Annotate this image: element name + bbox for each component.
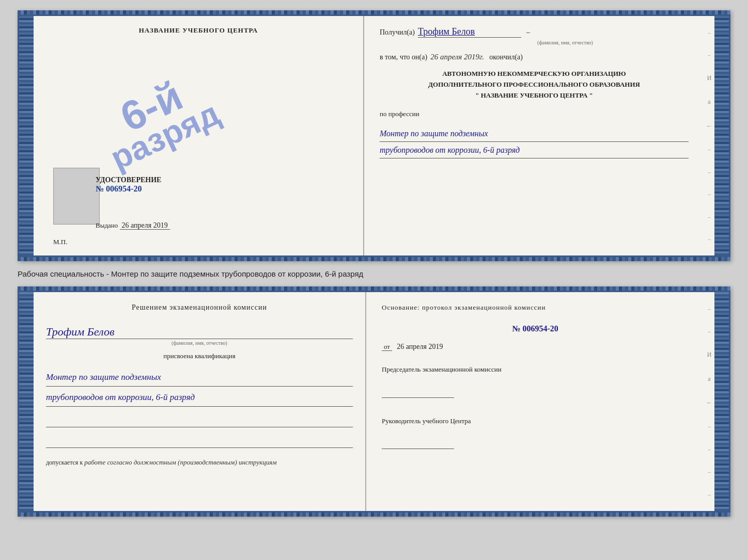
osnovanie-text: Основание: протокол экзаменационной коми…: [382, 303, 689, 312]
bottom-name: Трофим Белов: [46, 325, 353, 339]
bottom-cert-top-border: [18, 286, 730, 291]
cert-top-right-panel: Получил(а) Трофим Белов – (фамилия, имя,…: [364, 16, 704, 255]
vydano-block: Выдано 26 апреля 2019: [96, 221, 170, 230]
fio-sublabel-top: (фамилия, имя, отчество): [442, 40, 689, 45]
top-certificate: НАЗВАНИЕ УЧЕБНОГО ЦЕНТРА 6-й разряд УДОС…: [18, 14, 730, 257]
vtom-line: в том, что он(а) 26 апреля 2019г. окончи…: [380, 53, 689, 61]
middle-specialty-text: Рабочая специальность - Монтер по защите…: [18, 267, 730, 280]
bottom-cert-bottom-border: [18, 513, 730, 517]
predsedatel-sign-line: [382, 387, 454, 398]
ot-text: от 26 апреля 2019: [382, 343, 689, 351]
org-line2: ДОПОЛНИТЕЛЬНОГО ПРОФЕССИОНАЛЬНОГО ОБРАЗО…: [380, 79, 689, 90]
bottom-right-border-strip: [714, 292, 729, 511]
qualification-block: Монтер по защите подземных трубопроводов…: [46, 366, 353, 407]
right-border-strip: [714, 16, 729, 255]
profession-line2: трубопроводов от коррозии, 6-й разряд: [380, 143, 689, 158]
top-border-decoration: [18, 10, 730, 14]
cert-bottom-inner: Решением экзаменационной комиссии Трофим…: [34, 292, 714, 511]
dopuskaetsya-label: допускается к: [46, 459, 83, 466]
vtom-label: в том, что он(а): [380, 53, 427, 61]
ot-label: от: [382, 343, 392, 351]
cert-bottom-right-panel: Основание: протокол экзаменационной коми…: [366, 292, 704, 511]
side-dashes-right: – – И а ← – – – – –: [704, 16, 714, 255]
profession-line1: Монтер по защите подземных: [380, 126, 689, 142]
poluchil-label: Получил(а): [380, 28, 415, 37]
qualification-line2: трубопроводов от коррозии, 6-й разряд: [46, 389, 353, 407]
predsedatel-label: Председатель экзаменационной комиссии: [382, 364, 689, 375]
rukovoditel-sign-line: [382, 438, 454, 449]
okonchil-label: окончил(а): [489, 53, 523, 61]
resheniem-text: Решением экзаменационной комиссии: [46, 303, 353, 312]
cert-top-inner: НАЗВАНИЕ УЧЕБНОГО ЦЕНТРА 6-й разряд УДОС…: [34, 16, 714, 255]
left-border-strip: [19, 16, 34, 255]
top-certificate-wrapper: НАЗВАНИЕ УЧЕБНОГО ЦЕНТРА 6-й разряд УДОС…: [18, 10, 730, 261]
predsedatel-block: Председатель экзаменационной комиссии: [382, 364, 689, 402]
bottom-border-decoration-top: [18, 257, 730, 261]
fio-sublabel-bottom: (фамилия, имя, отчество): [46, 340, 353, 346]
cert-top-left-panel: НАЗВАНИЕ УЧЕБНОГО ЦЕНТРА 6-й разряд УДОС…: [34, 16, 364, 255]
page-background: НАЗВАНИЕ УЧЕБНОГО ЦЕНТРА 6-й разряд УДОС…: [0, 0, 748, 560]
mp-label: М.П.: [53, 238, 67, 246]
org-block: АВТОНОМНУЮ НЕКОММЕРЧЕСКУЮ ОРГАНИЗАЦИЮ ДО…: [380, 69, 689, 101]
bottom-certificate-wrapper: Решением экзаменационной комиссии Трофим…: [18, 286, 730, 517]
profession-block: Монтер по защите подземных трубопроводов…: [380, 125, 689, 158]
qualification-line1: Монтер по защите подземных: [46, 369, 353, 387]
poluchil-line: Получил(а) Трофим Белов –: [380, 26, 689, 38]
org-line1: АВТОНОМНУЮ НЕКОММЕРЧЕСКУЮ ОРГАНИЗАЦИЮ: [380, 69, 689, 79]
dash1: –: [526, 28, 530, 37]
bottom-certificate: Решением экзаменационной комиссии Трофим…: [18, 291, 730, 513]
blank-line-1: [46, 415, 353, 427]
prisvoena-text: присвоена квалификация: [46, 352, 353, 360]
ot-date: 26 апреля 2019: [397, 343, 443, 350]
protocol-num: № 006954-20: [382, 324, 689, 333]
photo-placeholder: [53, 168, 100, 225]
po-professii-label: по профессии: [380, 110, 689, 118]
vydano-label: Выдано: [96, 221, 118, 229]
blank-line-2: [46, 436, 353, 448]
dopuskaetsya-block: допускается к работе согласно должностны…: [46, 458, 353, 467]
rukovoditel-label: Руководитель учебного Центра: [382, 416, 689, 427]
name-block-bottom: Трофим Белов (фамилия, имя, отчество): [46, 320, 353, 346]
org-line3: " НАЗВАНИЕ УЧЕБНОГО ЦЕНТРА ": [380, 90, 689, 101]
dopusk-text: работе согласно должностным (производств…: [84, 458, 276, 466]
vydano-date: 26 апреля 2019: [120, 221, 170, 230]
bottom-left-border-strip: [19, 292, 34, 511]
cert-bottom-left-panel: Решением экзаменационной комиссии Трофим…: [34, 292, 366, 511]
side-dashes-right-bottom: – – И а ← – – – –: [704, 292, 714, 511]
vtom-date: 26 апреля 2019г.: [430, 53, 484, 61]
poluchil-name: Трофим Белов: [418, 26, 521, 38]
rukovoditel-block: Руководитель учебного Центра: [382, 416, 689, 453]
